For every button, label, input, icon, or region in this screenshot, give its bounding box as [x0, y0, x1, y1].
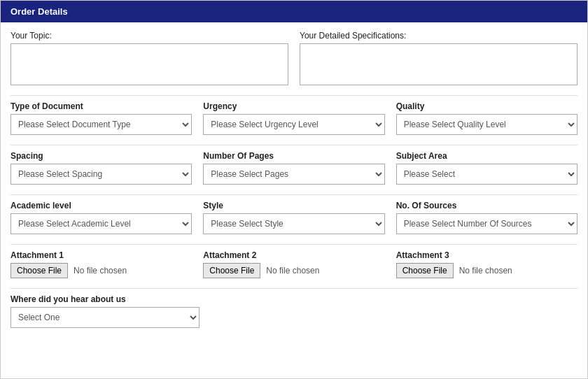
style-select[interactable]: Please Select Style	[203, 213, 384, 234]
spacing-label: Spacing	[10, 151, 192, 161]
specifications-group: Your Detailed Specifications:	[300, 31, 578, 85]
specifications-input[interactable]	[300, 43, 578, 85]
topic-label: Your Topic:	[10, 31, 288, 41]
quality-col: Quality Please Select Quality Level	[396, 101, 578, 135]
urgency-col: Urgency Please Select Urgency Level	[203, 101, 384, 135]
divider-5	[10, 288, 578, 289]
topic-input[interactable]	[10, 43, 288, 85]
sources-label: No. Of Sources	[396, 201, 578, 210]
document-type-col: Type of Document Please Select Document …	[10, 101, 192, 135]
attachments-row: Attachment 1 Choose File No file chosen …	[10, 250, 578, 278]
subject-area-select[interactable]: Please Select	[396, 164, 578, 185]
divider-4	[10, 244, 578, 245]
quality-label: Quality	[396, 101, 578, 111]
pages-select[interactable]: Please Select Pages	[203, 164, 384, 185]
attachment-2-col: Attachment 2 Choose File No file chosen	[203, 250, 384, 278]
academic-level-col: Academic level Please Select Academic Le…	[10, 201, 192, 234]
attachment-3-button[interactable]: Choose File	[396, 263, 454, 278]
page-header: Order Details	[1, 1, 587, 22]
quality-select[interactable]: Please Select Quality Level	[396, 114, 578, 135]
form-body: Your Topic: Your Detailed Specifications…	[1, 22, 587, 339]
spacing-select[interactable]: Please Select Spacing	[10, 164, 192, 185]
attachment-2-button[interactable]: Choose File	[203, 263, 260, 278]
divider-3	[10, 194, 578, 195]
hear-about-us-label: Where did you hear about us	[10, 294, 200, 304]
divider-1	[10, 95, 578, 96]
style-col: Style Please Select Style	[203, 201, 384, 234]
pages-col: Number Of Pages Please Select Pages	[203, 151, 384, 185]
top-row: Your Topic: Your Detailed Specifications…	[10, 31, 578, 85]
style-label: Style	[203, 201, 384, 210]
document-type-select[interactable]: Please Select Document Type	[10, 114, 192, 135]
sources-select[interactable]: Please Select Number Of Sources	[396, 213, 578, 234]
attachment-3-status: No file chosen	[459, 266, 512, 276]
attachment-3-label: Attachment 3	[396, 250, 578, 260]
subject-area-col: Subject Area Please Select	[396, 151, 578, 185]
attachment-1-status: No file chosen	[74, 266, 127, 276]
attachment-3-col: Attachment 3 Choose File No file chosen	[396, 250, 578, 278]
academic-level-select[interactable]: Please Select Academic Level	[10, 213, 192, 234]
sources-col: No. Of Sources Please Select Number Of S…	[396, 201, 578, 234]
divider-2	[10, 145, 578, 145]
urgency-label: Urgency	[203, 101, 384, 111]
row-2: Spacing Please Select Spacing Number Of …	[10, 151, 578, 185]
attachment-1-col: Attachment 1 Choose File No file chosen	[10, 250, 192, 278]
attachment-1-label: Attachment 1	[10, 250, 192, 260]
attachment-2-status: No file chosen	[266, 266, 319, 276]
order-details-container: Order Details Your Topic: Your Detailed …	[0, 0, 588, 379]
subject-area-label: Subject Area	[396, 151, 578, 161]
pages-label: Number Of Pages	[203, 151, 384, 161]
urgency-select[interactable]: Please Select Urgency Level	[203, 114, 384, 135]
hear-about-us-row: Where did you hear about us Select One	[10, 294, 200, 328]
row-3: Academic level Please Select Academic Le…	[10, 201, 578, 234]
row-1: Type of Document Please Select Document …	[10, 101, 578, 135]
header-title: Order Details	[10, 6, 68, 17]
attachment-2-file-row: Choose File No file chosen	[203, 263, 384, 278]
attachment-2-label: Attachment 2	[203, 250, 384, 260]
attachment-3-file-row: Choose File No file chosen	[396, 263, 578, 278]
attachment-1-button[interactable]: Choose File	[10, 263, 68, 278]
topic-group: Your Topic:	[10, 31, 288, 85]
specifications-label: Your Detailed Specifications:	[300, 31, 578, 41]
attachment-1-file-row: Choose File No file chosen	[10, 263, 192, 278]
document-type-label: Type of Document	[10, 101, 192, 111]
spacing-col: Spacing Please Select Spacing	[10, 151, 192, 185]
hear-about-us-select[interactable]: Select One	[10, 307, 200, 328]
academic-level-label: Academic level	[10, 201, 192, 210]
